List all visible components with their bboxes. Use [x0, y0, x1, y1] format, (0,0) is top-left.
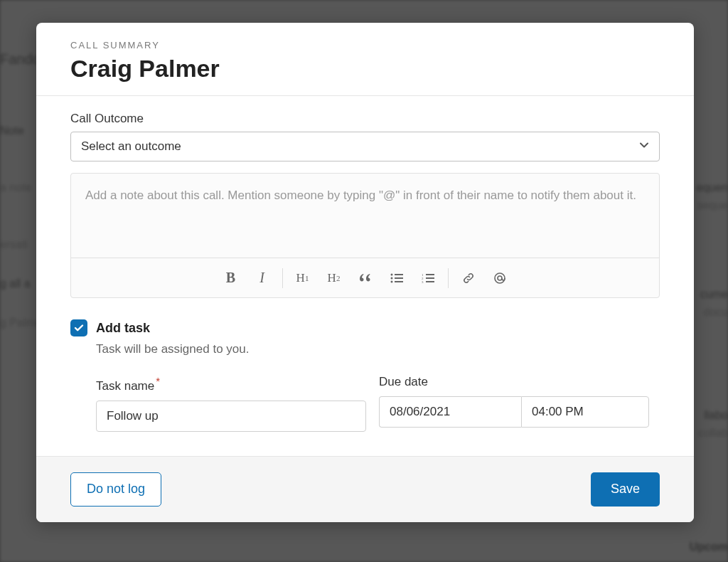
call-outcome-label: Call Outcome	[70, 112, 660, 126]
modal-header: CALL SUMMARY Craig Palmer	[36, 23, 694, 96]
toolbar-separator	[282, 268, 283, 288]
task-fields: Task name* Due date	[96, 375, 660, 432]
svg-rect-1	[395, 274, 403, 275]
call-summary-modal: CALL SUMMARY Craig Palmer Call Outcome S…	[36, 23, 694, 522]
bullet-list-button[interactable]	[381, 264, 412, 292]
toolbar-separator	[448, 268, 449, 288]
mention-button[interactable]	[484, 264, 515, 292]
call-outcome-select[interactable]: Select an outcome	[70, 132, 660, 161]
do-not-log-button[interactable]: Do not log	[70, 472, 161, 507]
heading1-button[interactable]: H1	[287, 264, 318, 292]
modal-body: Call Outcome Select an outcome Add a not…	[36, 96, 694, 456]
svg-rect-11	[426, 281, 434, 282]
save-button[interactable]: Save	[591, 472, 660, 507]
bold-button[interactable]: B	[215, 264, 247, 292]
svg-point-4	[390, 280, 392, 282]
add-task-row: Add task	[70, 319, 660, 336]
page-title: Craig Palmer	[70, 55, 660, 83]
due-date-row	[379, 396, 649, 428]
check-icon	[74, 323, 84, 333]
modal-footer: Do not log Save	[36, 456, 694, 522]
task-name-field: Task name*	[96, 375, 366, 432]
svg-rect-9	[426, 277, 434, 279]
task-name-label: Task name*	[96, 375, 366, 393]
task-name-input[interactable]	[96, 401, 366, 432]
svg-rect-7	[426, 274, 434, 275]
eyebrow-label: CALL SUMMARY	[70, 40, 660, 51]
note-textarea[interactable]: Add a note about this call. Mention some…	[71, 174, 659, 258]
due-time-input[interactable]	[521, 396, 649, 428]
numbered-list-button[interactable]: 123	[412, 264, 444, 292]
add-task-helper: Task will be assigned to you.	[96, 342, 660, 356]
svg-point-13	[498, 276, 502, 280]
italic-button[interactable]: I	[247, 264, 278, 292]
svg-point-2	[390, 277, 392, 279]
add-task-checkbox[interactable]	[70, 319, 87, 336]
svg-point-12	[495, 273, 505, 283]
svg-text:3: 3	[422, 280, 424, 283]
svg-rect-3	[395, 277, 403, 279]
add-task-label: Add task	[96, 321, 150, 336]
required-indicator: *	[156, 375, 160, 387]
due-date-field: Due date	[379, 375, 649, 432]
call-outcome-selected: Select an outcome	[81, 139, 181, 154]
quote-button[interactable]	[350, 264, 381, 292]
due-date-input[interactable]	[379, 396, 521, 428]
call-outcome-select-wrapper: Select an outcome	[70, 132, 660, 161]
editor-toolbar: B I H1 H2 123	[71, 258, 659, 297]
note-editor: Add a note about this call. Mention some…	[70, 173, 660, 298]
due-date-label: Due date	[379, 375, 649, 389]
svg-rect-5	[395, 281, 403, 282]
svg-point-0	[390, 273, 392, 275]
heading2-button[interactable]: H2	[318, 264, 350, 292]
link-button[interactable]	[453, 264, 484, 292]
